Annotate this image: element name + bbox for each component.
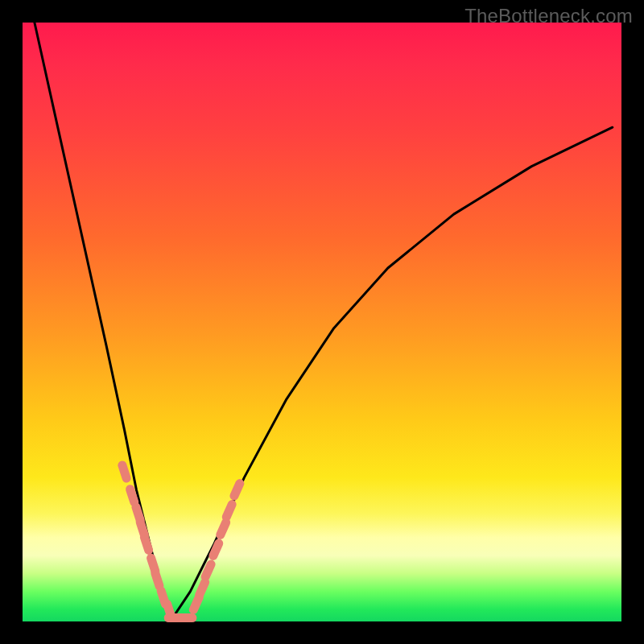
curve-left-arm bbox=[35, 23, 172, 618]
curves-svg bbox=[23, 23, 621, 621]
marker-17 bbox=[229, 477, 246, 502]
curve-right-arm bbox=[172, 127, 613, 618]
marker-10 bbox=[174, 613, 196, 622]
curve-layer bbox=[35, 23, 613, 618]
chart-frame: TheBottleneck.com bbox=[0, 0, 644, 644]
marker-16 bbox=[221, 498, 237, 522]
marker-4 bbox=[138, 531, 154, 555]
marker-0 bbox=[117, 460, 132, 484]
plot-area bbox=[23, 23, 621, 621]
marker-13 bbox=[200, 559, 217, 583]
